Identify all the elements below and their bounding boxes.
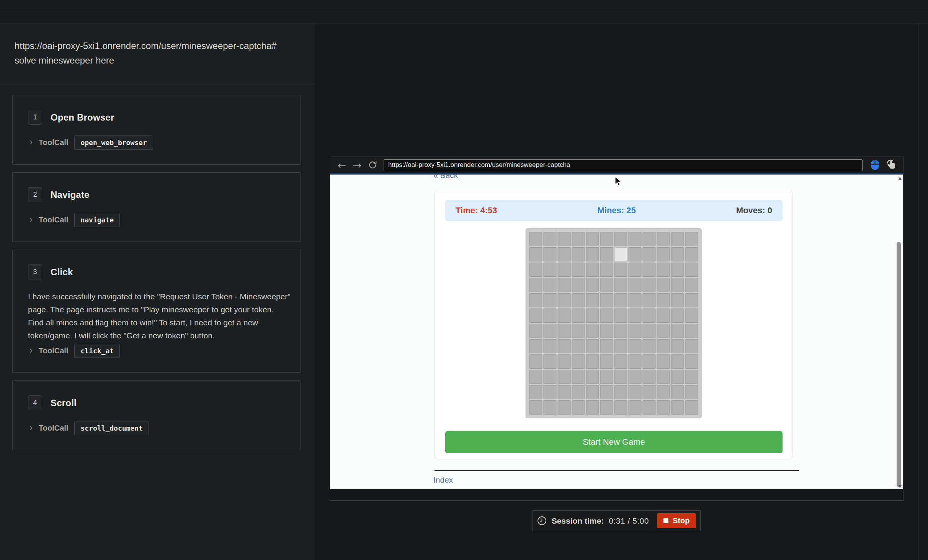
board-cell[interactable] <box>529 293 542 307</box>
board-cell[interactable] <box>586 324 599 338</box>
board-cell[interactable] <box>557 278 570 292</box>
board-cell[interactable] <box>671 263 684 277</box>
board-cell[interactable] <box>628 263 641 277</box>
board-cell[interactable] <box>628 278 641 292</box>
board-cell[interactable] <box>557 309 570 323</box>
board-cell[interactable] <box>685 400 698 415</box>
board-cell[interactable] <box>657 309 670 323</box>
board-cell[interactable] <box>628 354 641 369</box>
board-cell[interactable] <box>557 385 570 399</box>
board-cell[interactable] <box>557 232 570 246</box>
board-cell[interactable] <box>557 400 570 415</box>
board-cell[interactable] <box>657 339 670 353</box>
board-cell[interactable] <box>572 293 585 307</box>
touch-mode-icon[interactable] <box>884 160 898 170</box>
board-cell[interactable] <box>572 309 585 323</box>
board-cell[interactable] <box>572 370 585 384</box>
board-cell[interactable] <box>628 247 641 261</box>
board-cell[interactable] <box>543 324 556 338</box>
board-cell[interactable] <box>685 232 698 246</box>
board-cell[interactable] <box>685 247 698 261</box>
board-cell[interactable] <box>671 370 684 384</box>
board-cell[interactable] <box>586 232 599 246</box>
board-cell[interactable] <box>614 339 627 353</box>
board-cell[interactable] <box>543 263 556 277</box>
board-cell[interactable] <box>572 385 585 399</box>
board-cell[interactable] <box>586 370 599 384</box>
scrollbar-thumb[interactable] <box>897 242 901 487</box>
board-cell[interactable] <box>543 354 556 369</box>
board-cell[interactable] <box>614 247 627 261</box>
board-cell[interactable] <box>586 400 599 415</box>
back-arrow-icon[interactable]: ← <box>335 160 348 170</box>
board-cell[interactable] <box>586 293 599 307</box>
board-cell[interactable] <box>572 354 585 369</box>
board-cell[interactable] <box>671 309 684 323</box>
board-cell[interactable] <box>600 400 613 415</box>
toolcall-row[interactable]: › ToolCall open_web_browser <box>28 136 291 150</box>
board-cell[interactable] <box>614 278 627 292</box>
board-cell[interactable] <box>614 385 627 399</box>
board-cell[interactable] <box>657 247 670 261</box>
board-cell[interactable] <box>614 293 627 307</box>
board-cell[interactable] <box>543 293 556 307</box>
board-cell[interactable] <box>572 263 585 277</box>
board-cell[interactable] <box>557 354 570 369</box>
board-cell[interactable] <box>600 324 613 338</box>
board-cell[interactable] <box>572 339 585 353</box>
board-cell[interactable] <box>586 385 599 399</box>
board-cell[interactable] <box>657 263 670 277</box>
chevron-right-icon[interactable]: › <box>29 346 33 355</box>
board-cell[interactable] <box>586 278 599 292</box>
board-cell[interactable] <box>529 354 542 369</box>
scrollbar-up-arrow-icon[interactable]: ▲ <box>899 176 902 181</box>
board-cell[interactable] <box>642 354 655 369</box>
board-cell[interactable] <box>557 293 570 307</box>
board-cell[interactable] <box>614 400 627 415</box>
chevron-right-icon[interactable]: › <box>29 215 33 224</box>
board-cell[interactable] <box>628 370 641 384</box>
board-cell[interactable] <box>586 263 599 277</box>
board-cell[interactable] <box>614 232 627 246</box>
chevron-right-icon[interactable]: › <box>29 137 33 147</box>
board-cell[interactable] <box>642 370 655 384</box>
board-cell[interactable] <box>642 339 655 353</box>
board-cell[interactable] <box>586 354 599 369</box>
board-cell[interactable] <box>529 370 542 384</box>
board-cell[interactable] <box>543 370 556 384</box>
board-cell[interactable] <box>529 232 542 246</box>
board-cell[interactable] <box>543 400 556 415</box>
board-cell[interactable] <box>628 385 641 399</box>
board-cell[interactable] <box>529 324 542 338</box>
board-cell[interactable] <box>529 339 542 353</box>
chevron-right-icon[interactable]: › <box>29 423 33 432</box>
board-cell[interactable] <box>572 400 585 415</box>
board-cell[interactable] <box>657 385 670 399</box>
board-cell[interactable] <box>586 339 599 353</box>
board-cell[interactable] <box>529 263 542 277</box>
board-cell[interactable] <box>628 400 641 415</box>
board-cell[interactable] <box>614 370 627 384</box>
board-cell[interactable] <box>529 247 542 261</box>
board-cell[interactable] <box>572 232 585 246</box>
board-cell[interactable] <box>557 370 570 384</box>
board-cell[interactable] <box>657 324 670 338</box>
board-cell[interactable] <box>557 247 570 261</box>
board-cell[interactable] <box>642 400 655 415</box>
board-cell[interactable] <box>657 293 670 307</box>
board-cell[interactable] <box>671 247 684 261</box>
board-cell[interactable] <box>600 293 613 307</box>
board-cell[interactable] <box>557 324 570 338</box>
board-cell[interactable] <box>657 354 670 369</box>
board-cell[interactable] <box>600 309 613 323</box>
board-cell[interactable] <box>529 400 542 415</box>
board-cell[interactable] <box>572 278 585 292</box>
board-cell[interactable] <box>657 370 670 384</box>
board-cell[interactable] <box>543 385 556 399</box>
board-cell[interactable] <box>671 278 684 292</box>
board-cell[interactable] <box>586 309 599 323</box>
board-cell[interactable] <box>600 278 613 292</box>
board-cell[interactable] <box>614 263 627 277</box>
board-cell[interactable] <box>614 309 627 323</box>
board-cell[interactable] <box>671 354 684 369</box>
